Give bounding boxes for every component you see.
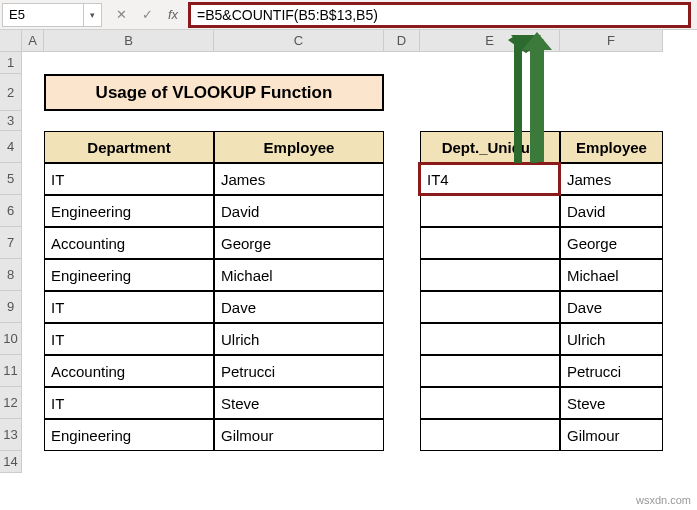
name-box[interactable]: E5 (2, 3, 84, 27)
table-row: Engineering (44, 419, 214, 451)
table-row: Gilmour (560, 419, 663, 451)
table-row: Petrucci (214, 355, 384, 387)
row-header[interactable]: 13 (0, 419, 22, 451)
table-row: IT (44, 323, 214, 355)
table-row (420, 355, 560, 387)
table-row (420, 195, 560, 227)
table-row: David (214, 195, 384, 227)
col-header-B[interactable]: B (44, 30, 214, 52)
chevron-down-icon: ▾ (90, 10, 95, 20)
table-row: George (560, 227, 663, 259)
table-row: Gilmour (214, 419, 384, 451)
table-row: IT (44, 163, 214, 195)
table-row: David (560, 195, 663, 227)
table-row (420, 387, 560, 419)
col-header-D[interactable]: D (384, 30, 420, 52)
page-title: Usage of VLOOKUP Function (44, 74, 384, 111)
col-header-E[interactable]: E (420, 30, 560, 52)
row-header[interactable]: 3 (0, 111, 22, 131)
table-row: Petrucci (560, 355, 663, 387)
row-header[interactable]: 10 (0, 323, 22, 355)
name-box-dropdown[interactable]: ▾ (84, 3, 102, 27)
table-row: IT (44, 291, 214, 323)
row-header[interactable]: 9 (0, 291, 22, 323)
table-row: Ulrich (214, 323, 384, 355)
table-row: Steve (214, 387, 384, 419)
col-header-A[interactable]: A (22, 30, 44, 52)
row-header[interactable]: 2 (0, 74, 22, 111)
table-row: Accounting (44, 227, 214, 259)
col-header-C[interactable]: C (214, 30, 384, 52)
table2-header-unique: Dept._Unique (420, 131, 560, 163)
table-row (420, 323, 560, 355)
table2-header-emp: Employee (560, 131, 663, 163)
cancel-icon[interactable]: ✕ (112, 6, 130, 24)
table-row: James (214, 163, 384, 195)
select-all-corner[interactable] (0, 30, 22, 52)
table-row: Engineering (44, 195, 214, 227)
table-row: Engineering (44, 259, 214, 291)
table-row: IT4 (420, 163, 560, 195)
enter-icon[interactable]: ✓ (138, 6, 156, 24)
table-row: Michael (214, 259, 384, 291)
table-row (420, 419, 560, 451)
table-row: Ulrich (560, 323, 663, 355)
row-header[interactable]: 5 (0, 163, 22, 195)
row-header[interactable]: 12 (0, 387, 22, 419)
column-headers: A B C D E F (22, 30, 663, 52)
row-headers: 1 2 3 4 5 6 7 8 9 10 11 12 13 14 (0, 52, 22, 473)
table-row (420, 227, 560, 259)
fx-icon[interactable]: fx (164, 6, 182, 24)
table-row: IT (44, 387, 214, 419)
table-row: Steve (560, 387, 663, 419)
table-row: Dave (214, 291, 384, 323)
table-row: James (560, 163, 663, 195)
col-header-F[interactable]: F (560, 30, 663, 52)
table-row: Accounting (44, 355, 214, 387)
spreadsheet-grid[interactable]: A B C D E F 1 2 3 4 5 6 7 8 9 10 11 12 1… (0, 30, 697, 510)
table-row (420, 291, 560, 323)
row-header[interactable]: 7 (0, 227, 22, 259)
formula-bar-buttons: ✕ ✓ fx (112, 6, 182, 24)
row-header[interactable]: 8 (0, 259, 22, 291)
row-header[interactable]: 6 (0, 195, 22, 227)
table-row: Dave (560, 291, 663, 323)
row-header[interactable]: 11 (0, 355, 22, 387)
formula-bar[interactable]: =B5&COUNTIF(B5:B$13,B5) (188, 2, 691, 28)
watermark: wsxdn.com (636, 494, 691, 506)
table1-header-dept: Department (44, 131, 214, 163)
table1-header-emp: Employee (214, 131, 384, 163)
formula-bar-area: E5 ▾ ✕ ✓ fx =B5&COUNTIF(B5:B$13,B5) (0, 0, 697, 30)
row-header[interactable]: 14 (0, 451, 22, 473)
row-header[interactable]: 4 (0, 131, 22, 163)
table-row: Michael (560, 259, 663, 291)
table-row: George (214, 227, 384, 259)
formula-text: =B5&COUNTIF(B5:B$13,B5) (197, 7, 378, 23)
table-row (420, 259, 560, 291)
row-header[interactable]: 1 (0, 52, 22, 74)
